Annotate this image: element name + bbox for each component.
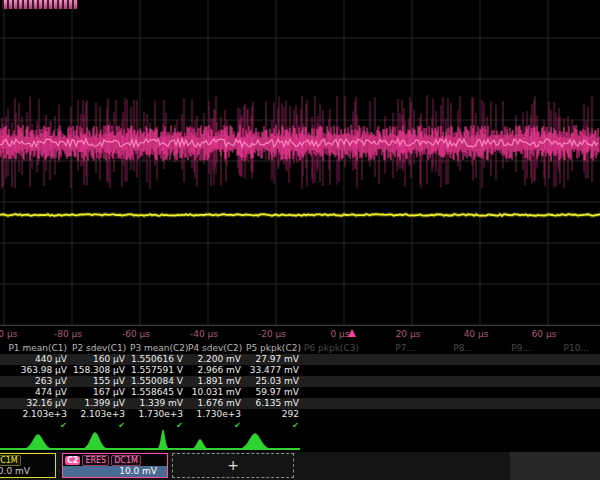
stat-cell: [304, 376, 362, 387]
param-header[interactable]: P3 mean(C2): [130, 343, 188, 354]
stat-cell: 1.399 µV: [72, 398, 130, 409]
stat-cell: [304, 398, 362, 409]
time-axis-label: 40 µs: [464, 329, 489, 339]
stat-cell: [362, 376, 420, 387]
time-axis-label: 0 µs: [330, 329, 349, 339]
stat-cell: 10.031 mV: [188, 387, 246, 398]
param-header[interactable]: P5 pkpk(C2): [246, 343, 304, 354]
c1-scale-value: 10.0 mV: [0, 466, 55, 477]
param-header[interactable]: P9...: [478, 343, 536, 354]
stat-cell: 59.97 mV: [246, 387, 304, 398]
stat-cell: [478, 387, 536, 398]
stat-cell: 292: [246, 409, 304, 420]
stat-cell: 2.103e+3: [0, 409, 72, 420]
stat-cell: [478, 354, 536, 365]
channel-c1-descriptor[interactable]: DC1M 10.0 mV: [0, 453, 56, 478]
stat-cell: [478, 376, 536, 387]
time-axis-label: 60 µs: [532, 329, 557, 339]
stat-cell: 1.730e+3: [188, 409, 246, 420]
stat-cell: [478, 365, 536, 376]
stat-cell: [362, 398, 420, 409]
stat-cell: [420, 365, 478, 376]
timebase-panel: HD 12 Bits Tbase 20.0 µs: [510, 452, 600, 480]
stat-cell: [304, 354, 362, 365]
trace-label-badge: [2, 0, 78, 9]
stat-cell: [536, 365, 594, 376]
stat-cell: [594, 409, 600, 420]
param-header[interactable]: P4 sdev(C2): [188, 343, 246, 354]
stat-cell: 1.550084 V: [130, 376, 188, 387]
stat-cell: [420, 354, 478, 365]
stat-cell: [536, 387, 594, 398]
stat-cell: 440 µV: [0, 354, 72, 365]
c2-eres-badge: ERES: [82, 455, 109, 466]
stat-cell: [536, 376, 594, 387]
param-header[interactable]: P6 pkpk(C3): [304, 343, 362, 354]
param-header[interactable]: P8...: [420, 343, 478, 354]
stat-cell: [594, 376, 600, 387]
param-header[interactable]: P7...: [362, 343, 420, 354]
stat-cell: [304, 409, 362, 420]
param-header[interactable]: P10...: [536, 343, 594, 354]
stat-cell: [362, 365, 420, 376]
stat-cell: 160 µV: [72, 354, 130, 365]
stat-cell: [594, 354, 600, 365]
time-axis-label: -60 µs: [122, 329, 150, 339]
stat-cell: [362, 387, 420, 398]
stat-cell: [478, 398, 536, 409]
stat-cell: [304, 365, 362, 376]
stat-cell: [594, 365, 600, 376]
stat-cell: 158.308 µV: [72, 365, 130, 376]
oscilloscope-screen: 00 µs-80 µs-60 µs-40 µs-20 µs0 µs20 µs40…: [0, 0, 600, 480]
histicon-strip: [0, 428, 600, 452]
stat-cell: 2.200 mV: [188, 354, 246, 365]
stat-cell: 32.16 µV: [0, 398, 72, 409]
bottom-bar: DC1M 10.0 mV C2 ERES DC1M 10.0 mV + HD 1…: [0, 452, 600, 480]
stat-cell: [420, 409, 478, 420]
stat-cell: 2.103e+3: [72, 409, 130, 420]
stat-cell: [420, 376, 478, 387]
stat-cell: 155 µV: [72, 376, 130, 387]
stat-cell: 474 µV: [0, 387, 72, 398]
stat-cell: [536, 354, 594, 365]
stat-cell: [362, 354, 420, 365]
stat-cell: 1.550616 V: [130, 354, 188, 365]
time-axis-label: 00 µs: [0, 329, 17, 339]
param-header[interactable]: P1 mean(C1): [0, 343, 72, 354]
stat-cell: 1.891 mV: [188, 376, 246, 387]
time-axis-label: -40 µs: [190, 329, 218, 339]
stat-cell: [594, 398, 600, 409]
stat-cell: [420, 398, 478, 409]
c2-label-chip: C2: [65, 456, 80, 465]
c1-coupling-badge: DC1M: [0, 455, 21, 466]
stat-cell: 1.557591 V: [130, 365, 188, 376]
stat-cell: [362, 409, 420, 420]
stat-cell: 1.730e+3: [130, 409, 188, 420]
stat-cell: 2.966 mV: [188, 365, 246, 376]
param-header[interactable]: P2 sdev(C1): [72, 343, 130, 354]
time-axis: 00 µs-80 µs-60 µs-40 µs-20 µs0 µs20 µs40…: [0, 326, 600, 343]
stat-cell: 263 µV: [0, 376, 72, 387]
graticule: [0, 0, 600, 326]
stat-cell: [304, 387, 362, 398]
stat-cell: 25.03 mV: [246, 376, 304, 387]
time-axis-label: -80 µs: [54, 329, 82, 339]
add-trace-button[interactable]: +: [172, 453, 294, 478]
measurement-table: P1 mean(C1)P2 sdev(C1)P3 mean(C2)P4 sdev…: [0, 343, 600, 432]
stat-cell: 167 µV: [72, 387, 130, 398]
param-header[interactable]: P11...: [594, 343, 600, 354]
time-axis-label: 20 µs: [396, 329, 421, 339]
c1-descriptor-top: DC1M: [0, 454, 55, 466]
stat-cell: 6.135 mV: [246, 398, 304, 409]
stat-cell: [478, 409, 536, 420]
channel-c2-descriptor[interactable]: C2 ERES DC1M 10.0 mV: [62, 453, 168, 478]
stat-cell: [536, 398, 594, 409]
waveform-display: [0, 0, 600, 326]
stat-cell: 1.339 mV: [130, 398, 188, 409]
stat-cell: 27.97 mV: [246, 354, 304, 365]
c2-descriptor-top: C2 ERES DC1M: [63, 454, 167, 466]
stat-cell: [594, 387, 600, 398]
stat-cell: [420, 387, 478, 398]
stat-cell: 33.477 mV: [246, 365, 304, 376]
c2-scale-value: 10.0 mV: [63, 466, 167, 477]
